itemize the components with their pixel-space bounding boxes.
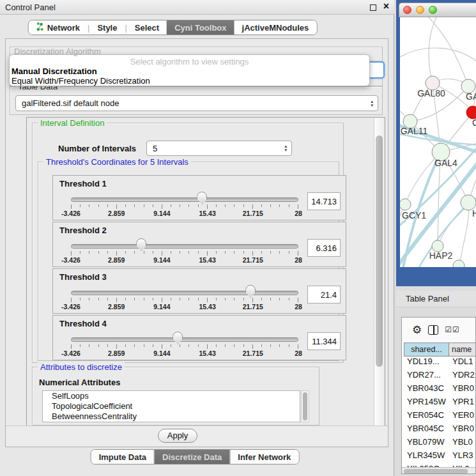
close-icon[interactable]: × xyxy=(383,1,389,12)
slider-ticks xyxy=(71,204,298,210)
network-canvas[interactable]: GAL80GALCGAL11GAL4GCY1HHAP2 xyxy=(400,17,476,267)
tick-mark xyxy=(171,251,171,254)
slider-track[interactable] xyxy=(71,337,298,342)
tick-mark xyxy=(279,251,280,254)
slider-thumb[interactable] xyxy=(245,285,256,298)
tick-mark xyxy=(207,251,208,256)
table-toolbar: ⚙ ☑☑ xyxy=(402,318,476,342)
table-row[interactable]: YBR043CYBR0 xyxy=(404,383,476,397)
float-window-icon[interactable] xyxy=(370,4,376,11)
table-row[interactable]: YBR045CYBR0 xyxy=(404,424,476,437)
network-node-gcy1[interactable] xyxy=(400,199,411,210)
list-item[interactable]: TopologicalCoefficient xyxy=(43,401,300,411)
list-item[interactable]: BetweennessCentrality xyxy=(43,411,300,422)
table-header-row: shared... name xyxy=(404,342,476,357)
slider-track[interactable] xyxy=(71,197,298,202)
table-row[interactable]: YBL079WYBL0 xyxy=(404,437,476,450)
settings-scrollbar-thumb[interactable] xyxy=(376,135,383,367)
network-icon xyxy=(36,22,44,33)
tab-label: Select xyxy=(135,23,159,33)
slider-scale-label: 28 xyxy=(295,349,302,357)
table-row[interactable]: YDR27...YDR2 xyxy=(404,370,476,383)
tick-mark xyxy=(243,344,244,347)
slider-scale-label: 28 xyxy=(295,210,302,217)
slider-thumb[interactable] xyxy=(173,332,183,344)
tick-mark xyxy=(198,251,199,254)
slider-track[interactable] xyxy=(71,244,298,249)
tab-jactivemnodules[interactable]: jActiveMNodules xyxy=(234,20,317,35)
column-header-shared-name[interactable]: shared... xyxy=(404,342,449,357)
tick-mark xyxy=(207,298,208,302)
slider-thumb[interactable] xyxy=(136,238,146,251)
slider-scale-label: 2.859 xyxy=(108,303,125,311)
tick-mark xyxy=(279,344,280,347)
tab-impute-data[interactable]: Impute Data xyxy=(91,450,154,464)
number-of-intervals-combobox[interactable]: 5 ▴▾ xyxy=(146,141,292,156)
tab-discretize-data[interactable]: Discretize Data xyxy=(154,450,229,464)
numerical-attributes-list[interactable]: SelfLoopsTopologicalCoefficientBetweenne… xyxy=(42,390,300,422)
zoom-traffic-light-icon[interactable] xyxy=(429,6,437,14)
slider-track[interactable] xyxy=(71,291,298,295)
threshold-value-field[interactable]: 11.344 xyxy=(307,332,341,350)
tick-mark xyxy=(180,204,180,207)
tab-cyni-toolbox[interactable]: Cyni Toolbox xyxy=(167,20,234,35)
table-horizontal-scrollbar[interactable] xyxy=(402,467,476,474)
slider-scale-label: 9.144 xyxy=(153,349,170,357)
threshold-value-field[interactable]: 14.713 xyxy=(307,192,341,210)
settings-scrollbar[interactable] xyxy=(374,118,384,426)
control-panel-window: Control Panel × Network|Style|SelectCyni… xyxy=(0,0,394,476)
tick-mark xyxy=(134,204,135,207)
cell-shared-name: YBR045C xyxy=(404,424,449,437)
table-row[interactable]: YPR145WYPR1 xyxy=(404,397,476,410)
table-row[interactable]: YDL19...YDL1 xyxy=(404,357,476,370)
menu-item-equal-width-discretization[interactable]: Equal Width/Frequency Discretization xyxy=(12,76,150,86)
slider-scale-label: 15.43 xyxy=(199,303,215,311)
tab-infer-network[interactable]: Infer Network xyxy=(229,450,298,464)
tick-mark xyxy=(188,251,189,254)
menu-item-manual-discretization[interactable]: Manual Discretization xyxy=(12,66,97,76)
tick-mark xyxy=(144,344,144,347)
slider-thumb[interactable] xyxy=(197,192,207,204)
list-item[interactable]: SelfLoops xyxy=(43,391,300,401)
minimize-traffic-light-icon[interactable] xyxy=(416,6,424,14)
tab-network[interactable]: Network xyxy=(29,20,88,35)
attributes-list-scrollbar[interactable] xyxy=(301,390,309,422)
tick-mark xyxy=(207,204,208,209)
tick-mark xyxy=(261,344,262,347)
split-columns-icon[interactable] xyxy=(428,325,438,335)
table-data-combobox[interactable]: galFiltered.sif default node ▴▾ xyxy=(15,95,378,111)
checkbox-checked-icon[interactable]: ☑☑ xyxy=(445,325,460,334)
slider-ticks xyxy=(71,298,298,303)
network-view-window: GAL80GALCGAL11GAL4GCY1HHAP2 xyxy=(396,0,476,286)
table-data-value: galFiltered.sif default node xyxy=(22,98,119,108)
tick-mark xyxy=(80,251,81,254)
network-node-c[interactable] xyxy=(466,106,476,119)
network-node[interactable] xyxy=(453,260,464,267)
threshold-value-field[interactable]: 21.4 xyxy=(307,286,341,303)
tick-mark xyxy=(162,298,162,302)
tick-mark xyxy=(107,251,108,254)
table-row[interactable]: YLR345WYLR3 xyxy=(404,450,476,464)
tick-mark xyxy=(71,344,72,349)
node-label: C xyxy=(472,118,476,128)
slider-scale-label: 2.859 xyxy=(108,349,125,357)
gear-icon[interactable]: ⚙ xyxy=(412,325,422,335)
tab-style[interactable]: Style xyxy=(89,20,125,35)
network-window-titlebar[interactable] xyxy=(399,3,476,17)
slider-ticks xyxy=(71,251,298,256)
close-traffic-light-icon[interactable] xyxy=(403,6,411,14)
thresholds-group: Threshold's Coordinates for 5 Intervals … xyxy=(38,162,339,361)
table-row[interactable]: YER054CYER0 xyxy=(404,410,476,424)
tick-mark xyxy=(107,298,108,300)
column-header-name[interactable]: name xyxy=(449,342,476,357)
tab-select[interactable]: Select xyxy=(127,20,167,35)
threshold-panel: Threshold 1-3.4262.8599.14415.4321.71528… xyxy=(52,175,346,220)
threshold-value-field[interactable]: 6.316 xyxy=(307,239,341,257)
tick-mark xyxy=(279,204,280,207)
slider-scale-label: 21.715 xyxy=(243,303,263,311)
slider-scale-label: -3.426 xyxy=(61,256,81,264)
slider-scale-label: 9.144 xyxy=(153,256,170,264)
apply-button[interactable]: Apply xyxy=(158,429,197,443)
threshold-slider: -3.4262.8599.14415.4321.71528 xyxy=(71,284,298,310)
tab-label: jActiveMNodules xyxy=(242,23,309,33)
